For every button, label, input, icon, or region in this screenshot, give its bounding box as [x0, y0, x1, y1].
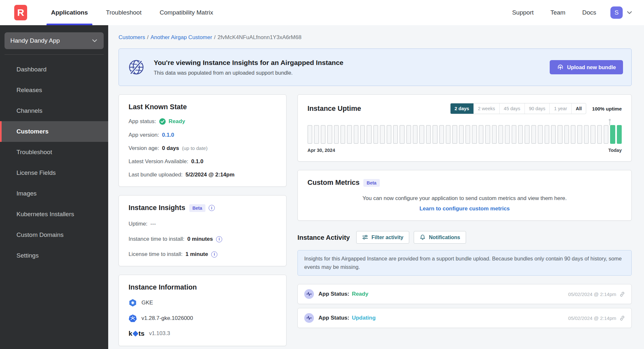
- uptime-bar[interactable]: [413, 125, 418, 144]
- uptime-bar[interactable]: [340, 125, 345, 144]
- info-icon[interactable]: i: [209, 205, 215, 211]
- uptime-bar[interactable]: [393, 125, 398, 144]
- topnav-item-compatibility-matrix[interactable]: Compatibility Matrix: [151, 0, 222, 25]
- uptime-bar[interactable]: [538, 125, 543, 144]
- uptime-bar[interactable]: [327, 125, 332, 144]
- event-meta: 05/02/2024 @ 2:14pm: [568, 315, 625, 321]
- sidebar-item-kubernetes-installers[interactable]: Kubernetes Installers: [0, 204, 108, 225]
- last-known-state-row: Latest Version Available:0.1.0: [129, 158, 276, 165]
- sidebar-item-customers[interactable]: Customers: [0, 121, 108, 142]
- uptime-bar[interactable]: [564, 125, 569, 144]
- link-icon[interactable]: [619, 315, 625, 321]
- topnav-item-team[interactable]: Team: [542, 9, 574, 16]
- app-selector-dropdown[interactable]: Handy Dandy App: [5, 32, 104, 49]
- field-label: Instance time to install:: [129, 236, 184, 242]
- uptime-bar[interactable]: [446, 125, 451, 144]
- activity-event-row: App Status:Ready05/02/2024 @ 2:14pm: [297, 284, 632, 304]
- info-icon[interactable]: i: [216, 236, 222, 242]
- airgap-notice: Insights for this Airgapped Instance are…: [297, 250, 632, 276]
- avatar[interactable]: S: [610, 6, 623, 19]
- uptime-bar[interactable]: [485, 125, 490, 144]
- breadcrumb-item[interactable]: Another Airgap Customer: [151, 34, 212, 40]
- uptime-bar[interactable]: [545, 125, 549, 144]
- uptime-bar[interactable]: [406, 125, 411, 144]
- uptime-bar[interactable]: [577, 125, 582, 144]
- uptime-bar[interactable]: [525, 125, 529, 144]
- uptime-bar[interactable]: [590, 125, 595, 144]
- uptime-bar[interactable]: [479, 125, 483, 144]
- uptime-bar[interactable]: [597, 125, 602, 144]
- uptime-bar[interactable]: [321, 125, 326, 144]
- breadcrumb-separator: /: [214, 34, 216, 40]
- uptime-bar[interactable]: [551, 125, 556, 144]
- replicated-logo[interactable]: R: [14, 5, 27, 20]
- sidebar-item-settings[interactable]: Settings: [0, 245, 108, 266]
- uptime-bar[interactable]: [347, 125, 352, 144]
- chevron-down-icon[interactable]: [626, 9, 633, 16]
- uptime-bar[interactable]: [314, 125, 319, 144]
- uptime-bar[interactable]: [617, 125, 622, 144]
- breadcrumb-item[interactable]: Customers: [119, 34, 145, 40]
- uptime-bar[interactable]: [419, 125, 424, 144]
- top-bar: R ApplicationsTroubleshootCompatibility …: [0, 0, 644, 25]
- uptime-bar[interactable]: [426, 125, 431, 144]
- filter-activity-button[interactable]: Filter activity: [356, 231, 409, 244]
- uptime-bar[interactable]: [367, 125, 371, 144]
- uptime-bar[interactable]: [439, 125, 444, 144]
- link-icon[interactable]: [619, 291, 625, 297]
- instance-uptime-title: Instance Uptime: [307, 105, 361, 113]
- uptime-bar[interactable]: [373, 125, 378, 144]
- uptime-bar[interactable]: [604, 125, 608, 144]
- topnav-item-support[interactable]: Support: [504, 9, 542, 16]
- sidebar-item-license-fields[interactable]: License Fields: [0, 163, 108, 183]
- topnav-item-docs[interactable]: Docs: [574, 9, 605, 16]
- uptime-bar[interactable]: [380, 125, 385, 144]
- uptime-bar[interactable]: [452, 125, 457, 144]
- uptime-bar[interactable]: [387, 125, 391, 144]
- uptime-range-1-year[interactable]: 1 year: [549, 103, 571, 114]
- uptime-bar[interactable]: [531, 125, 536, 144]
- uptime-bar[interactable]: [459, 125, 464, 144]
- beta-badge: Beta: [363, 179, 379, 187]
- uptime-bar[interactable]: [354, 125, 358, 144]
- topnav-item-applications[interactable]: Applications: [42, 0, 97, 25]
- uptime-range-45-days[interactable]: 45 days: [499, 103, 525, 114]
- uptime-bar[interactable]: [307, 125, 312, 144]
- upload-new-bundle-button[interactable]: Upload new bundle: [550, 60, 623, 74]
- uptime-bar[interactable]: [360, 125, 365, 144]
- instance-insights-row: License time to install:1 minutei: [129, 251, 276, 258]
- sidebar-item-dashboard[interactable]: Dashboard: [0, 59, 108, 80]
- uptime-range-2-days[interactable]: 2 days: [451, 103, 473, 114]
- sidebar-item-channels[interactable]: Channels: [0, 100, 108, 121]
- sidebar-item-releases[interactable]: Releases: [0, 80, 108, 100]
- uptime-bar[interactable]: [472, 125, 477, 144]
- uptime-bar[interactable]: [498, 125, 503, 144]
- app-status-value: Ready: [159, 118, 185, 125]
- uptime-range-all[interactable]: All: [571, 103, 586, 114]
- uptime-bar[interactable]: [518, 125, 523, 144]
- uptime-bar[interactable]: [512, 125, 516, 144]
- sidebar-item-troubleshoot[interactable]: Troubleshoot: [0, 142, 108, 163]
- uptime-bar[interactable]: [334, 125, 339, 144]
- uptime-bar[interactable]: [610, 125, 615, 144]
- banner-subtitle: This data was populated from an uploaded…: [154, 70, 343, 76]
- uptime-bar[interactable]: [432, 125, 437, 144]
- instance-information-card: Instance Information GKEv1.28.7-gke.1026…: [119, 275, 286, 346]
- uptime-bar[interactable]: [584, 125, 589, 144]
- uptime-range-90-days[interactable]: 90 days: [525, 103, 550, 114]
- topnav-item-troubleshoot[interactable]: Troubleshoot: [97, 0, 151, 25]
- uptime-bar[interactable]: [571, 125, 576, 144]
- airgap-banner: You're viewing Instance Insights for an …: [119, 48, 632, 86]
- uptime-bar[interactable]: [465, 125, 470, 144]
- uptime-bar[interactable]: [557, 125, 562, 144]
- field-value-link[interactable]: 0.1.0: [162, 132, 174, 138]
- uptime-bar[interactable]: [492, 125, 497, 144]
- sidebar-item-custom-domains[interactable]: Custom Domains: [0, 225, 108, 245]
- uptime-range-2-weeks[interactable]: 2 weeks: [473, 103, 499, 114]
- uptime-bar[interactable]: [505, 125, 510, 144]
- notifications-button[interactable]: Notifications: [414, 231, 466, 244]
- info-icon[interactable]: i: [211, 251, 217, 258]
- uptime-bar[interactable]: [400, 125, 404, 144]
- sidebar-item-images[interactable]: Images: [0, 183, 108, 204]
- configure-custom-metrics-link[interactable]: Learn to configure custom metrics: [307, 206, 622, 212]
